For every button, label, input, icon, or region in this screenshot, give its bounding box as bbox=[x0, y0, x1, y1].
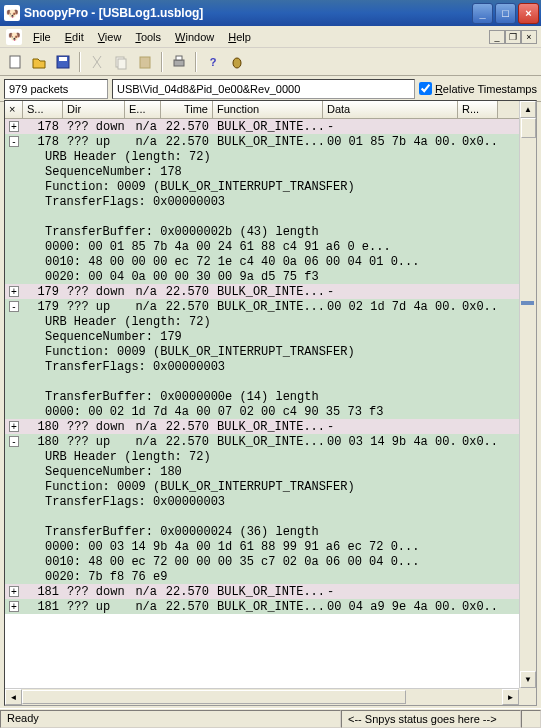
svg-rect-2 bbox=[59, 57, 67, 61]
cell-seq: 178 bbox=[23, 135, 63, 149]
packet-row[interactable]: +181??? downn/a22.570BULK_OR_INTE...- bbox=[5, 584, 536, 599]
open-button[interactable] bbox=[28, 51, 50, 73]
packet-row[interactable]: +181??? upn/a22.570BULK_OR_INTE...00 04 … bbox=[5, 599, 536, 614]
menu-file[interactable]: File bbox=[26, 29, 58, 45]
col-res[interactable]: R... bbox=[458, 101, 498, 118]
cell-res: 0x0... bbox=[458, 300, 498, 314]
cell-end: n/a bbox=[125, 135, 161, 149]
packet-grid: × S... Dir E... Time Function Data R... … bbox=[4, 100, 537, 706]
window-buttons: _ □ × bbox=[472, 3, 539, 24]
cell-time: 22.570 bbox=[161, 135, 213, 149]
status-grip bbox=[521, 710, 541, 728]
scroll-up-button[interactable]: ▲ bbox=[520, 101, 536, 118]
menu-edit[interactable]: Edit bbox=[58, 29, 91, 45]
cell-time: 22.570 bbox=[161, 585, 213, 599]
status-snpys: <-- Snpys status goes here --> bbox=[341, 710, 521, 728]
detail-row: Function: 0009 (BULK_OR_INTERRUPT_TRANSF… bbox=[5, 344, 536, 359]
cell-time: 22.570 bbox=[161, 435, 213, 449]
cell-seq: 178 bbox=[23, 120, 63, 134]
svg-rect-4 bbox=[118, 59, 126, 69]
col-end[interactable]: E... bbox=[125, 101, 161, 118]
detail-row: URB Header (length: 72) bbox=[5, 314, 536, 329]
expand-toggle[interactable]: - bbox=[5, 136, 23, 147]
mdi-restore-button[interactable]: ❐ bbox=[505, 30, 521, 44]
menu-help[interactable]: Help bbox=[221, 29, 258, 45]
print-button[interactable] bbox=[168, 51, 190, 73]
cell-func: BULK_OR_INTE... bbox=[213, 285, 323, 299]
svg-point-8 bbox=[233, 58, 241, 68]
scroll-down-button[interactable]: ▼ bbox=[520, 671, 536, 688]
col-dir[interactable]: Dir bbox=[63, 101, 125, 118]
col-time[interactable]: Time bbox=[161, 101, 213, 118]
svg-rect-0 bbox=[10, 56, 20, 68]
mdi-close-button[interactable]: × bbox=[521, 30, 537, 44]
relative-timestamps-checkbox[interactable]: Relative Timestamps bbox=[419, 82, 537, 95]
packet-row[interactable]: +179??? downn/a22.570BULK_OR_INTE...- bbox=[5, 284, 536, 299]
cell-end: n/a bbox=[125, 120, 161, 134]
horizontal-scrollbar[interactable]: ◄ ► bbox=[5, 688, 519, 705]
packet-row[interactable]: +180??? downn/a22.570BULK_OR_INTE...- bbox=[5, 419, 536, 434]
menu-tools[interactable]: Tools bbox=[128, 29, 168, 45]
expand-toggle[interactable]: - bbox=[5, 301, 23, 312]
svg-rect-7 bbox=[176, 56, 182, 60]
col-seq[interactable]: S... bbox=[23, 101, 63, 118]
cell-dir: ??? up bbox=[63, 435, 125, 449]
cell-end: n/a bbox=[125, 600, 161, 614]
save-button[interactable] bbox=[52, 51, 74, 73]
cell-seq: 180 bbox=[23, 435, 63, 449]
col-expand[interactable]: × bbox=[5, 101, 23, 118]
cut-button[interactable] bbox=[86, 51, 108, 73]
cell-end: n/a bbox=[125, 285, 161, 299]
menu-window[interactable]: Window bbox=[168, 29, 221, 45]
expand-toggle[interactable]: + bbox=[5, 601, 23, 612]
cell-seq: 180 bbox=[23, 420, 63, 434]
packet-row[interactable]: -179??? upn/a22.570BULK_OR_INTE...00 02 … bbox=[5, 299, 536, 314]
scroll-mark bbox=[521, 301, 534, 305]
expand-toggle[interactable]: + bbox=[5, 286, 23, 297]
packet-row[interactable]: -178??? upn/a22.570BULK_OR_INTE...00 01 … bbox=[5, 134, 536, 149]
expand-toggle[interactable]: + bbox=[5, 586, 23, 597]
vertical-scrollbar[interactable]: ▲ ▼ bbox=[519, 101, 536, 688]
col-data[interactable]: Data bbox=[323, 101, 458, 118]
col-func[interactable]: Function bbox=[213, 101, 323, 118]
cell-end: n/a bbox=[125, 585, 161, 599]
close-button[interactable]: × bbox=[518, 3, 539, 24]
minimize-button[interactable]: _ bbox=[472, 3, 493, 24]
bug-button[interactable] bbox=[226, 51, 248, 73]
scroll-track[interactable] bbox=[22, 689, 502, 705]
packets-input[interactable] bbox=[4, 79, 108, 99]
grid-body[interactable]: +178??? downn/a22.570BULK_OR_INTE...--17… bbox=[5, 119, 536, 705]
cell-func: BULK_OR_INTE... bbox=[213, 585, 323, 599]
cell-seq: 181 bbox=[23, 600, 63, 614]
detail-row bbox=[5, 509, 536, 524]
detail-row: TransferBuffer: 0x00000024 (36) length bbox=[5, 524, 536, 539]
paste-button[interactable] bbox=[134, 51, 156, 73]
expand-toggle[interactable]: + bbox=[5, 421, 23, 432]
packet-row[interactable]: -180??? upn/a22.570BULK_OR_INTE...00 03 … bbox=[5, 434, 536, 449]
cell-data: 00 04 a9 9e 4a 00... bbox=[323, 600, 458, 614]
mdi-minimize-button[interactable]: _ bbox=[489, 30, 505, 44]
cell-data: - bbox=[323, 420, 458, 434]
maximize-button[interactable]: □ bbox=[495, 3, 516, 24]
scroll-thumb[interactable] bbox=[521, 118, 536, 138]
detail-row: TransferFlags: 0x00000003 bbox=[5, 194, 536, 209]
cell-res: 0x0... bbox=[458, 435, 498, 449]
scroll-left-button[interactable]: ◄ bbox=[5, 689, 22, 705]
new-button[interactable] bbox=[4, 51, 26, 73]
detail-row: SequenceNumber: 178 bbox=[5, 164, 536, 179]
cell-res: 0x0... bbox=[458, 135, 498, 149]
separator-icon bbox=[195, 52, 197, 72]
copy-button[interactable] bbox=[110, 51, 132, 73]
expand-toggle[interactable]: - bbox=[5, 436, 23, 447]
hscroll-thumb[interactable] bbox=[22, 690, 406, 704]
scroll-right-button[interactable]: ► bbox=[502, 689, 519, 705]
cell-seq: 181 bbox=[23, 585, 63, 599]
menu-view[interactable]: View bbox=[91, 29, 129, 45]
url-input[interactable] bbox=[112, 79, 415, 99]
expand-toggle[interactable]: + bbox=[5, 121, 23, 132]
checkbox-icon[interactable] bbox=[419, 82, 432, 95]
help-button[interactable]: ? bbox=[202, 51, 224, 73]
cell-dir: ??? down bbox=[63, 585, 125, 599]
packet-row[interactable]: +178??? downn/a22.570BULK_OR_INTE...- bbox=[5, 119, 536, 134]
detail-row bbox=[5, 374, 536, 389]
